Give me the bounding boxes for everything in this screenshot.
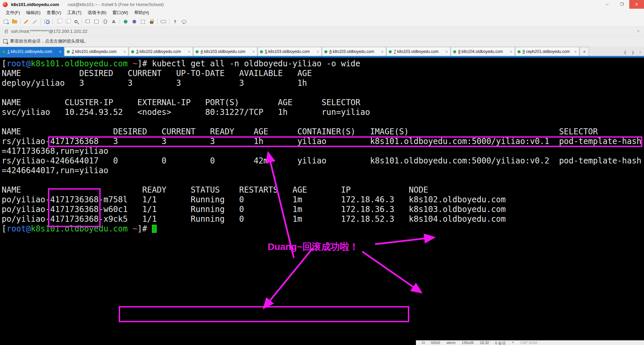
session-tab-8[interactable]: 8 k8s104.oldboyedu.com✕ (451, 47, 515, 56)
terminal[interactable]: [root@k8s101.oldboyedu.com ~]# kubectl g… (0, 58, 644, 345)
toolbar-separator (169, 19, 169, 25)
active-tab-accent (0, 56, 644, 58)
menu-item[interactable]: 工具(T) (64, 9, 85, 17)
session-tab-2[interactable]: 2 k8s101.oldboyedu.com✕ (64, 47, 128, 56)
session-tab-label: 1 k8s101.oldboyedu.com (7, 49, 58, 54)
toolbar-font-icon[interactable]: A (109, 18, 118, 26)
toolbar-find-icon[interactable] (71, 18, 80, 26)
toolbar-help-icon[interactable]: ? (171, 18, 179, 26)
xshell-addressbar[interactable]: ssh://root:***********@172.200.1.101:22 … (0, 27, 644, 36)
tab-close-icon[interactable]: ✕ (123, 50, 126, 54)
xshell-toolbar: A? (0, 17, 644, 27)
toolbar-fullscreen-icon[interactable] (139, 18, 147, 26)
new-session-glyph (4, 20, 8, 23)
tab-close-icon[interactable]: ✕ (381, 50, 384, 54)
toolbar-compose-icon[interactable] (92, 18, 101, 26)
menu-item[interactable]: 选项卡(B) (85, 9, 109, 17)
add-session-icon (3, 39, 7, 43)
connected-dot-icon (260, 50, 263, 53)
connected-dot-icon (518, 50, 521, 53)
paste-glyph (66, 20, 69, 23)
tab-close-icon[interactable]: ✕ (510, 50, 513, 54)
pager-left-icon[interactable]: ❮ (624, 50, 627, 55)
capture-glyph (124, 20, 127, 23)
tab-close-icon[interactable]: ✕ (59, 50, 62, 54)
toolbar-disconnect-pen-icon[interactable] (31, 18, 39, 26)
xshell-titlebar: k8s101.oldboyedu.com root@k8s101:~ - Xsh… (0, 0, 644, 9)
toolbar-copy-icon[interactable] (54, 18, 63, 26)
close-button[interactable]: ✕ (629, 0, 644, 9)
toolbar-trace-icon[interactable] (130, 18, 139, 26)
connected-dot-icon (389, 50, 392, 53)
session-tab-5[interactable]: 5 k8s103.oldboyedu.com✕ (258, 47, 322, 56)
session-tab-7[interactable]: 7 k8s103.oldboyedu.com✕ (386, 47, 450, 56)
status-item: 135x36 (462, 341, 474, 345)
address-dropdown-icon[interactable]: ˅ (637, 29, 639, 33)
tab-close-icon[interactable]: ✕ (188, 50, 191, 54)
session-manager-glyph (45, 20, 49, 23)
connected-dot-icon (324, 50, 327, 53)
session-tab-label: 4 k8s103.oldboyedu.com (201, 49, 251, 54)
toolbar-new-session-icon[interactable] (1, 18, 10, 26)
message-glyph (182, 20, 186, 23)
toolbar-web-icon[interactable] (101, 18, 109, 26)
trace-glyph (132, 20, 136, 23)
terminal-output[interactable]: [root@k8s101.oldboyedu.com ~]# kubectl g… (2, 59, 641, 234)
open-folder-glyph (12, 20, 17, 23)
status-item: 18,32 (480, 341, 489, 345)
menu-item[interactable]: 查看(V) (44, 9, 64, 17)
session-tab-label: 3 k8s102.oldboyedu.com (136, 49, 186, 54)
session-tab-4[interactable]: 4 k8s103.oldboyedu.com✕ (193, 47, 257, 56)
web-glyph (103, 19, 107, 24)
session-tab-6[interactable]: 6 k8s103.oldboyedu.com✕ (322, 47, 386, 56)
lock-glyph (150, 21, 153, 24)
new-session-tab-button[interactable]: + (580, 47, 589, 56)
keyboard-glyph (161, 20, 166, 23)
status-item: 0 会话 (495, 341, 505, 345)
toolbar-message-icon[interactable] (179, 18, 188, 26)
toolbar-capture-icon[interactable] (121, 18, 130, 26)
menu-item[interactable]: 帮助(H) (131, 9, 152, 17)
tab-close-icon[interactable]: ✕ (317, 50, 319, 54)
caret-down-icon[interactable]: ˅ (639, 50, 641, 55)
tab-close-icon[interactable]: ✕ (574, 50, 577, 54)
find-glyph (74, 20, 77, 23)
session-tab-3[interactable]: 3 k8s102.oldboyedu.com✕ (129, 47, 193, 56)
pager-right-icon[interactable]: ❯ (631, 50, 634, 55)
connect-pen-glyph (24, 20, 28, 23)
menu-item[interactable]: 窗口(W) (109, 9, 131, 17)
connected-dot-icon (196, 50, 199, 53)
toolbar-keyboard-icon[interactable] (159, 18, 168, 26)
ssh-address: ssh://root:***********@172.200.1.101:22 (11, 29, 87, 34)
toolbar-lock-icon[interactable] (147, 18, 156, 26)
infobar-message: 要添加当前会话，点击左侧的箭头按钮。 (10, 38, 89, 44)
session-tab-label: 5 k8s103.oldboyedu.com (265, 49, 315, 54)
menu-item[interactable]: 文件(F) (3, 9, 23, 17)
toolbar-paste-icon[interactable] (63, 18, 71, 26)
status-lock-icon (422, 342, 425, 344)
session-tab-9[interactable]: 9 ceph201.oldboyedu.com✕ (515, 47, 579, 56)
connected-dot-icon (453, 50, 456, 53)
connected-dot-icon (131, 50, 134, 53)
ssh-lock-icon (5, 31, 8, 33)
toolbar-separator (82, 19, 82, 25)
maximize-button[interactable]: ❐ (614, 0, 629, 9)
session-tab-1[interactable]: 1 k8s101.oldboyedu.com✕ (0, 47, 64, 56)
fullscreen-glyph (141, 20, 145, 24)
status-item: xterm (446, 341, 456, 345)
window-title-rest: root@k8s101:~ - Xshell 5 (Free for Home/… (68, 2, 164, 7)
toolbar-separator (119, 19, 120, 25)
terminal-cursor (152, 225, 157, 233)
session-tab-label: 9 ceph201.oldboyedu.com (523, 49, 573, 54)
tab-close-icon[interactable]: ✕ (445, 50, 448, 54)
print-glyph (85, 20, 90, 23)
tab-scroll-controls[interactable]: ❮❯˅ (624, 50, 641, 55)
toolbar-session-manager-icon[interactable] (42, 18, 51, 26)
session-tab-label: 7 k8s103.oldboyedu.com (394, 49, 444, 54)
toolbar-print-icon[interactable] (83, 18, 92, 26)
toolbar-connect-pen-icon[interactable] (22, 18, 31, 26)
minimize-button[interactable]: ─ (600, 0, 614, 9)
toolbar-open-folder-icon[interactable] (10, 18, 19, 26)
tab-close-icon[interactable]: ✕ (252, 50, 255, 54)
menu-item[interactable]: 编辑(E) (23, 9, 44, 17)
